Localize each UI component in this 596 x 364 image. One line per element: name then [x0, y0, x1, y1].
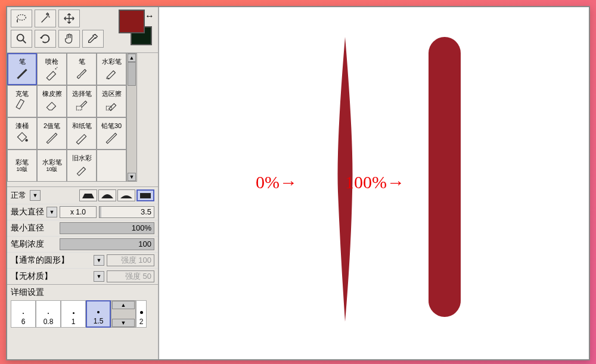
pencil-icon [104, 129, 119, 145]
annotation-100pct: 100%→ [345, 172, 405, 192]
foreground-color-swatch[interactable] [119, 10, 145, 33]
select-eraser-icon [104, 97, 119, 113]
svg-rect-5 [16, 99, 24, 109]
min-diameter-slider[interactable]: 100% [60, 222, 154, 234]
min-diameter-label: 最小直径 [11, 223, 44, 234]
swap-colors-icon[interactable]: ↔ [145, 11, 154, 21]
size-preset[interactable]: 1.5 [86, 300, 111, 328]
texture-row: 【无材质】 ▼ 强度 50 [7, 268, 158, 284]
edge-shape-soft[interactable] [117, 189, 135, 201]
brush-watercolor2[interactable]: 水彩笔 10版 [37, 150, 67, 182]
brush-select-eraser[interactable]: 选区擦 [97, 85, 126, 117]
brush-watercolor[interactable]: 水彩笔 [97, 53, 126, 85]
hand-tool[interactable] [58, 30, 80, 48]
zoom-tool[interactable] [11, 30, 32, 48]
binary-pen-icon [44, 129, 60, 145]
scroll-up-icon[interactable]: ▲ [112, 301, 135, 309]
canvas[interactable]: 0%→ 100%→ [160, 8, 588, 358]
max-diameter-label: 最大直径 [11, 207, 44, 217]
eraser-icon [44, 97, 60, 113]
brush-shape-row: 【通常的圆形】 ▼ 强度 100 [7, 252, 158, 268]
texture-strength: 强度 50 [107, 270, 154, 282]
svg-point-1 [48, 15, 49, 16]
brush-bucket[interactable]: 漆桶 [7, 117, 37, 150]
brush-empty[interactable] [97, 150, 126, 182]
toolbar: ↔ [7, 7, 158, 50]
brush-icon [74, 65, 89, 80]
brush-marker[interactable]: 克笔 [7, 85, 37, 117]
svg-point-2 [17, 35, 24, 41]
max-diameter-dropdown[interactable]: ▼ [46, 207, 57, 217]
size-preset[interactable]: 2 [136, 300, 147, 328]
svg-point-4 [57, 67, 58, 69]
scroll-thumb[interactable] [128, 62, 136, 86]
move-tool[interactable] [58, 10, 80, 27]
size-preset-table: 6 0.8 1 1.5 2 ▲ ▼ [7, 300, 158, 328]
scroll-down-icon[interactable]: ▼ [112, 319, 135, 327]
size-dot-icon [97, 311, 100, 313]
brush-eraser[interactable]: 橡皮擦 [37, 85, 67, 117]
edge-shape-flat[interactable] [79, 189, 97, 201]
brush-select-pen[interactable]: 选择笔 [67, 85, 97, 117]
size-dot-icon [140, 311, 143, 314]
color-swatches[interactable]: ↔ [119, 10, 154, 45]
blend-mode-dropdown[interactable]: ▼ [30, 190, 41, 201]
select-brush-icon [74, 97, 89, 113]
svg-point-0 [17, 15, 26, 20]
brush-binary[interactable]: 2值笔 [37, 117, 67, 150]
brush-colorpen[interactable]: 彩笔 10版 [7, 150, 37, 182]
washi-icon [74, 129, 89, 145]
lasso-tool[interactable] [11, 10, 32, 27]
scroll-down-icon[interactable]: ▼ [128, 173, 136, 181]
brush-shape-dropdown[interactable]: ▼ [94, 255, 104, 266]
blend-mode-row: 正常 ▼ [7, 186, 158, 204]
svg-point-8 [25, 139, 27, 141]
app-window: ↔ 笔 喷枪 笔 水彩笔 ▲ ▼ [6, 6, 590, 360]
eyedropper-tool[interactable] [82, 30, 104, 48]
edge-shape-round[interactable] [98, 189, 116, 201]
size-dot-icon [48, 313, 49, 314]
brush-washi[interactable]: 和纸笔 [67, 117, 97, 150]
brush-scrollbar[interactable]: ▲ ▼ [126, 53, 137, 182]
svg-point-3 [55, 68, 56, 69]
brush-pencil30[interactable]: 铅笔30 [97, 117, 126, 150]
size-preset[interactable]: 6 [11, 300, 36, 328]
brush-brush[interactable]: 笔 [67, 53, 97, 85]
brush-pen[interactable]: 笔 [7, 53, 37, 85]
stroke-sample-100pct [429, 37, 461, 317]
tool-sidebar: ↔ 笔 喷枪 笔 水彩笔 ▲ ▼ [7, 7, 159, 359]
annotation-0pct: 0%→ [256, 172, 297, 192]
bucket-icon [14, 129, 30, 145]
watercolor-icon [104, 65, 119, 80]
blend-mode-label: 正常 [11, 190, 26, 201]
pen-icon [14, 65, 30, 80]
airbrush-icon [44, 65, 60, 80]
size-scrollbar[interactable]: ▲ ▼ [111, 300, 136, 328]
size-preset[interactable]: 1 [61, 300, 86, 328]
oldwater-icon [74, 161, 89, 177]
max-diameter-slider[interactable]: 3.5 [99, 206, 154, 218]
max-diameter-row: 最大直径 ▼ x 1.0 3.5 [7, 204, 158, 220]
scroll-up-icon[interactable]: ▲ [128, 54, 136, 62]
brush-shape-label: 【通常的圆形】 [11, 255, 91, 266]
rotate-tool[interactable] [35, 30, 56, 48]
size-dot-icon [73, 312, 74, 314]
brush-oldwater[interactable]: 旧水彩 [67, 150, 97, 182]
density-row: 笔刷浓度 100 [7, 236, 158, 252]
wand-tool[interactable] [35, 10, 56, 27]
brush-grid: 笔 喷枪 笔 水彩笔 ▲ ▼ 克笔 [7, 52, 158, 182]
brush-shape-strength: 强度 100 [107, 254, 154, 266]
svg-rect-6 [76, 106, 82, 110]
edge-shape-hard[interactable] [136, 189, 154, 201]
marker-icon [14, 97, 30, 113]
texture-label: 【无材质】 [11, 271, 91, 282]
detail-settings-header: 详细设置 [7, 284, 158, 300]
brush-airbrush[interactable]: 喷枪 [37, 53, 67, 85]
svg-rect-9 [140, 193, 151, 198]
min-diameter-row: 最小直径 100% [7, 220, 158, 236]
texture-dropdown[interactable]: ▼ [94, 271, 104, 282]
size-preset[interactable]: 0.8 [36, 300, 61, 328]
diameter-multiplier[interactable]: x 1.0 [60, 206, 97, 218]
size-dot-icon [23, 313, 24, 314]
density-slider[interactable]: 100 [60, 238, 154, 250]
